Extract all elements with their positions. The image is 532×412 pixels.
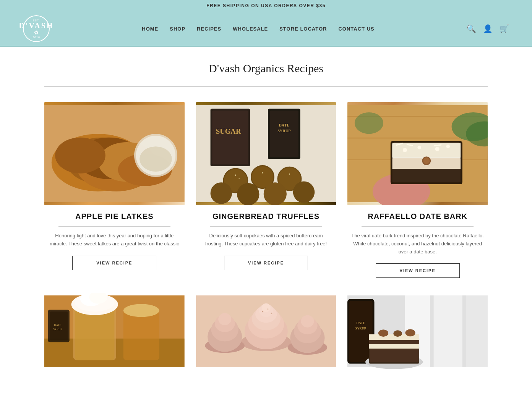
recipe-title-raffaello-date-bark: RAFFAELLO DATE BARK (368, 212, 467, 221)
svg-point-109 (394, 331, 402, 337)
recipe-title-gingerbread-truffles: GINGERBREAD TRUFFLES (212, 212, 320, 221)
svg-point-58 (355, 112, 383, 134)
recipe-card-latte-preview: DATE SYRUP (44, 293, 185, 370)
account-icon[interactable]: 👤 (483, 24, 493, 33)
svg-text:SYRUP: SYRUP (355, 327, 366, 331)
svg-point-51 (435, 147, 440, 151)
view-recipe-button-raffaello-date-bark[interactable]: VIEW RECIPE (376, 263, 460, 278)
logo-leaf-icon: ✿ (34, 29, 39, 36)
svg-point-110 (405, 329, 415, 337)
site-header: EST. D'VASH ✿ 2016 HOME SHOP RECIPES WHO… (0, 11, 532, 47)
svg-point-72 (123, 304, 159, 317)
svg-text:SUGAR: SUGAR (216, 127, 241, 135)
svg-rect-71 (123, 310, 159, 360)
search-icon[interactable]: 🔍 (467, 24, 476, 33)
recipe-card-apple-pie-latkes: APPLE PIE LATKES Honoring light and love… (44, 102, 185, 278)
nav-shop[interactable]: SHOP (170, 26, 185, 32)
recipe-image-apple-pie-latkes (44, 102, 185, 205)
svg-point-26 (237, 183, 259, 205)
logo[interactable]: EST. D'VASH ✿ 2016 (23, 15, 50, 42)
announcement-bar: FREE SHIPPING ON USA ORDERS OVER $35 (0, 0, 532, 11)
svg-point-30 (238, 178, 240, 179)
cart-icon[interactable]: 🛒 (500, 24, 509, 33)
svg-point-93 (271, 313, 272, 315)
svg-rect-44 (393, 143, 461, 157)
main-nav: HOME SHOP RECIPES WHOLESALE STORE LOCATO… (142, 26, 374, 32)
svg-text:DATE: DATE (279, 123, 289, 127)
announcement-text: FREE SHIPPING ON USA ORDERS OVER $35 (206, 3, 326, 8)
svg-point-85 (218, 313, 231, 325)
recipe-card-datecake-preview: DATE SYRUP (347, 293, 488, 370)
svg-point-52 (446, 144, 450, 148)
nav-contact-us[interactable]: CONTACT US (338, 26, 374, 32)
svg-point-90 (301, 315, 314, 328)
svg-point-32 (289, 174, 290, 175)
recipe-card-gingerbread-truffles: SUGAR DATE SYRUP (196, 102, 336, 278)
nav-store-locator[interactable]: STORE LOCATOR (279, 26, 327, 32)
card-divider-3 (362, 226, 474, 227)
svg-point-80 (262, 303, 271, 312)
page-title: D'vash Organics Recipes (44, 62, 488, 75)
recipe-image-raffaello-date-bark (347, 102, 488, 205)
svg-rect-16 (269, 110, 298, 157)
svg-point-49 (403, 148, 407, 152)
recipe-desc-apple-pie-latkes: Honoring light and love this year and ho… (44, 232, 185, 248)
nav-recipes[interactable]: RECIPES (197, 26, 221, 32)
card-divider-2 (210, 226, 322, 227)
svg-text:SYRUP: SYRUP (277, 129, 291, 133)
recipe-grid: APPLE PIE LATKES Honoring light and love… (44, 102, 488, 278)
svg-point-92 (267, 309, 268, 310)
svg-point-31 (262, 172, 263, 174)
nav-wholesale[interactable]: WHOLESALE (233, 26, 268, 32)
recipe-card-cupcakes-preview (196, 293, 336, 370)
header-icons: 🔍 👤 🛒 (467, 24, 509, 33)
svg-text:SYRUP: SYRUP (53, 328, 62, 331)
svg-rect-46 (393, 169, 461, 182)
svg-rect-96 (466, 295, 488, 367)
title-divider (44, 86, 488, 87)
svg-point-48 (423, 157, 430, 164)
logo-year: 2016 (32, 36, 40, 39)
recipe-card-raffaello-date-bark: RAFFAELLO DATE BARK The viral date bark … (347, 102, 488, 278)
recipe-image-gingerbread-truffles: SUGAR DATE SYRUP (196, 102, 336, 205)
view-recipe-button-gingerbread-truffles[interactable]: VIEW RECIPE (224, 256, 308, 270)
svg-point-6 (55, 138, 105, 174)
svg-rect-95 (434, 295, 462, 367)
svg-point-28 (293, 181, 315, 203)
svg-point-29 (235, 175, 236, 176)
svg-point-27 (263, 182, 286, 205)
svg-point-91 (262, 311, 263, 313)
svg-point-25 (210, 182, 232, 204)
recipe-desc-raffaello-date-bark: The viral date bark trend inspired by th… (347, 232, 488, 256)
view-recipe-button-apple-pie-latkes[interactable]: VIEW RECIPE (72, 256, 156, 270)
nav-home[interactable]: HOME (142, 26, 158, 32)
svg-rect-13 (212, 110, 248, 164)
recipe-grid-bottom: DATE SYRUP (44, 293, 488, 370)
logo-brand: D'VASH (19, 22, 54, 29)
recipe-desc-gingerbread-truffles: Deliciously soft cupckaes with a spiced … (196, 232, 336, 248)
svg-text:DATE: DATE (357, 321, 365, 325)
main-content: D'vash Organics Recipes (37, 47, 495, 385)
card-divider-1 (58, 226, 170, 227)
svg-point-108 (378, 330, 388, 337)
logo-circle: EST. D'VASH ✿ 2016 (23, 15, 50, 42)
recipe-title-apple-pie-latkes: APPLE PIE LATKES (75, 212, 154, 221)
svg-point-10 (139, 146, 172, 172)
svg-point-50 (418, 146, 421, 149)
svg-text:DATE: DATE (54, 323, 62, 327)
